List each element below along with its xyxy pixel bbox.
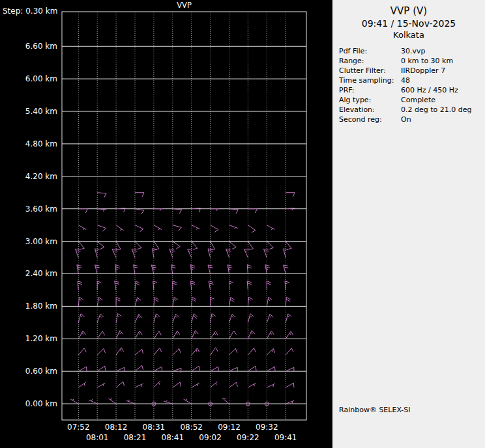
- x-tick-label: 08:52: [180, 423, 203, 432]
- x-tick-label: 09:12: [218, 423, 241, 432]
- field-value: 600 Hz / 450 Hz: [401, 85, 482, 95]
- field-label: Pdf File:: [339, 46, 401, 56]
- chart-area: 6.60 km6.00 km5.40 km4.80 km4.20 km3.60 …: [0, 0, 332, 448]
- x-tick-label: 09:32: [256, 423, 278, 432]
- time-gridlines: [78, 12, 286, 420]
- field-value: Complete: [401, 95, 482, 105]
- vvp-chart: 6.60 km6.00 km5.40 km4.80 km4.20 km3.60 …: [0, 0, 332, 448]
- field-row: Range:0 km to 30 km: [339, 56, 482, 66]
- y-tick-label: 1.20 km: [25, 334, 57, 343]
- field-row: Pdf File:30.vvp: [339, 46, 482, 56]
- field-value: 30.vvp: [401, 46, 482, 56]
- y-tick-label: 5.40 km: [25, 107, 57, 116]
- x-tick-label: 08:31: [143, 423, 166, 432]
- x-tick-label: 08:21: [124, 433, 147, 442]
- panel-datetime: 09:41 / 15-Nov-2025: [332, 18, 485, 29]
- field-list: Pdf File:30.vvpRange:0 km to 30 kmClutte…: [332, 46, 485, 124]
- field-row: Second reg:On: [339, 115, 482, 124]
- y-tick-label: 4.80 km: [25, 139, 57, 148]
- field-value: IIRDoppler 7: [401, 66, 482, 76]
- y-tick-label: 3.00 km: [25, 237, 57, 246]
- x-tick-label: 09:41: [274, 433, 297, 442]
- x-axis-labels: 07:5208:0108:1208:2108:3108:4108:5209:02…: [67, 423, 297, 442]
- brand-footer: Rainbow® SELEX-SI: [339, 406, 411, 414]
- plot-frame: [62, 12, 306, 420]
- y-tick-label: 4.20 km: [25, 172, 57, 181]
- y-tick-label: 2.40 km: [25, 269, 57, 278]
- field-label: Clutter Filter:: [339, 66, 401, 76]
- field-row: Alg type:Complete: [339, 95, 482, 105]
- y-tick-label: 3.60 km: [25, 204, 57, 214]
- field-value: 0.2 deg to 21.0 deg: [401, 105, 482, 115]
- wind-barbs: [70, 193, 295, 406]
- y-tick-label: 1.80 km: [25, 301, 57, 311]
- panel-title: VVP (V): [332, 5, 485, 18]
- field-value: 0 km to 30 km: [401, 56, 482, 66]
- field-row: Clutter Filter:IIRDoppler 7: [339, 66, 482, 76]
- panel-site: Kolkata: [332, 29, 485, 41]
- chart-title: VVP: [177, 1, 192, 10]
- y-axis-labels: 6.60 km6.00 km5.40 km4.80 km4.20 km3.60 …: [3, 7, 57, 408]
- field-label: PRF:: [339, 85, 401, 95]
- field-label: Time sampling:: [339, 76, 401, 85]
- x-tick-label: 08:41: [162, 433, 184, 442]
- x-tick-label: 08:12: [105, 423, 128, 432]
- step-label: Step: 0.30 km: [3, 7, 57, 16]
- y-tick-label: 0.60 km: [25, 367, 57, 376]
- info-panel: VVP (V) 09:41 / 15-Nov-2025 Kolkata Pdf …: [332, 0, 485, 448]
- y-tick-label: 0.00 km: [25, 399, 57, 408]
- x-tick-label: 09:02: [199, 433, 222, 442]
- field-value: 48: [401, 76, 482, 85]
- y-tick-label: 6.00 km: [25, 74, 57, 83]
- field-label: Alg type:: [339, 95, 401, 105]
- grid-lines: [62, 46, 306, 404]
- field-value: On: [401, 115, 482, 124]
- field-label: Range:: [339, 56, 401, 66]
- x-tick-label: 09:22: [237, 433, 259, 442]
- field-row: Elevation:0.2 deg to 21.0 deg: [339, 105, 482, 115]
- x-tick-label: 07:52: [67, 423, 90, 432]
- field-row: PRF:600 Hz / 450 Hz: [339, 85, 482, 95]
- field-row: Time sampling:48: [339, 76, 482, 85]
- y-tick-label: 6.60 km: [25, 42, 57, 51]
- plot-title: VVP: [177, 1, 192, 10]
- field-label: Elevation:: [339, 105, 401, 115]
- x-tick-label: 08:01: [86, 433, 109, 442]
- field-label: Second reg:: [339, 115, 401, 124]
